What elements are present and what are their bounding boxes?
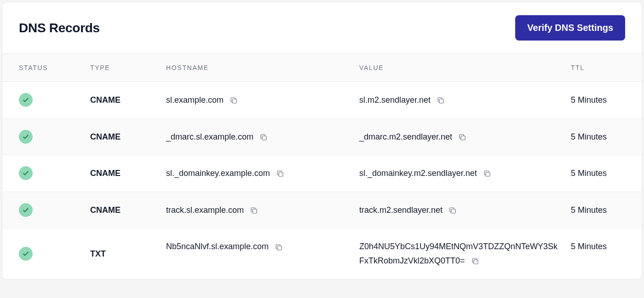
checkmark-icon: [19, 203, 33, 217]
table-body: CNAME sl.example.com sl.m2.sendlayer.net…: [2, 82, 642, 279]
checkmark-icon: [19, 247, 33, 261]
record-value: sl.m2.sendlayer.net: [359, 95, 431, 105]
record-type: CNAME: [90, 95, 121, 105]
copy-hostname-button[interactable]: [230, 96, 238, 105]
record-hostname: sl._domainkey.example.com: [166, 169, 270, 178]
svg-rect-7: [451, 209, 455, 213]
col-ttl: TTL: [571, 64, 625, 71]
record-type: CNAME: [90, 132, 121, 141]
record-value: _dmarc.m2.sendlayer.net: [359, 132, 452, 141]
svg-rect-3: [461, 136, 465, 140]
col-value: VALUE: [359, 64, 571, 71]
record-hostname: sl.example.com: [166, 95, 224, 105]
dns-table: STATUS TYPE HOSTNAME VALUE TTL CNAME sl.…: [2, 53, 642, 279]
svg-rect-2: [262, 136, 266, 140]
record-value: sl._domainkey.m2.sendlayer.net: [359, 169, 477, 178]
svg-rect-0: [232, 99, 236, 103]
svg-rect-6: [253, 209, 257, 213]
record-ttl: 5 Minutes: [571, 169, 607, 178]
copy-hostname-button[interactable]: [250, 206, 258, 215]
record-value: Z0h4NU5YbCs1Uy94MEtNQmV3TDZZQnNTeWY3SkFx…: [359, 242, 558, 265]
record-value: track.m2.sendlayer.net: [359, 205, 443, 215]
table-header-row: STATUS TYPE HOSTNAME VALUE TTL: [2, 53, 642, 82]
record-ttl: 5 Minutes: [571, 242, 607, 251]
svg-rect-4: [279, 172, 283, 176]
copy-value-button[interactable]: [437, 96, 445, 105]
status-cell: [19, 247, 90, 261]
verify-dns-button[interactable]: Verify DNS Settings: [515, 15, 625, 41]
col-type: TYPE: [90, 64, 166, 71]
copy-value-button[interactable]: [471, 257, 479, 265]
status-cell: [19, 166, 90, 180]
table-row: CNAME sl.example.com sl.m2.sendlayer.net…: [2, 82, 642, 119]
table-row: CNAME track.sl.example.com track.m2.send…: [2, 192, 642, 229]
status-cell: [19, 93, 90, 107]
svg-rect-5: [486, 172, 490, 176]
record-hostname: track.sl.example.com: [166, 205, 244, 215]
copy-value-button[interactable]: [483, 169, 491, 178]
svg-rect-8: [277, 246, 282, 250]
record-type: TXT: [90, 249, 106, 258]
svg-rect-9: [474, 260, 478, 264]
checkmark-icon: [19, 166, 33, 180]
copy-value-button[interactable]: [448, 206, 457, 215]
copy-value-button[interactable]: [458, 133, 466, 141]
dns-records-card: DNS Records Verify DNS Settings STATUS T…: [2, 2, 642, 280]
record-type: CNAME: [90, 205, 121, 215]
table-row: TXT Nb5ncaNlvf.sl.example.com Z0h4NU5YbC…: [2, 228, 642, 279]
record-ttl: 5 Minutes: [571, 95, 607, 105]
record-ttl: 5 Minutes: [571, 205, 607, 215]
table-row: CNAME sl._domainkey.example.com sl._doma…: [2, 155, 642, 192]
col-hostname: HOSTNAME: [166, 64, 359, 71]
card-header: DNS Records Verify DNS Settings: [2, 2, 642, 53]
checkmark-icon: [19, 130, 33, 144]
status-cell: [19, 203, 90, 217]
table-row: CNAME _dmarc.sl.example.com _dmarc.m2.se…: [2, 119, 642, 156]
record-type: CNAME: [90, 169, 121, 178]
svg-rect-1: [439, 99, 443, 103]
copy-hostname-button[interactable]: [275, 243, 283, 251]
copy-hostname-button[interactable]: [276, 169, 284, 178]
card-title: DNS Records: [19, 21, 100, 35]
copy-hostname-button[interactable]: [259, 133, 268, 141]
col-status: STATUS: [19, 64, 90, 71]
record-hostname: _dmarc.sl.example.com: [166, 132, 253, 141]
record-hostname: Nb5ncaNlvf.sl.example.com: [166, 242, 269, 251]
record-ttl: 5 Minutes: [571, 132, 607, 141]
checkmark-icon: [19, 93, 33, 107]
status-cell: [19, 130, 90, 144]
